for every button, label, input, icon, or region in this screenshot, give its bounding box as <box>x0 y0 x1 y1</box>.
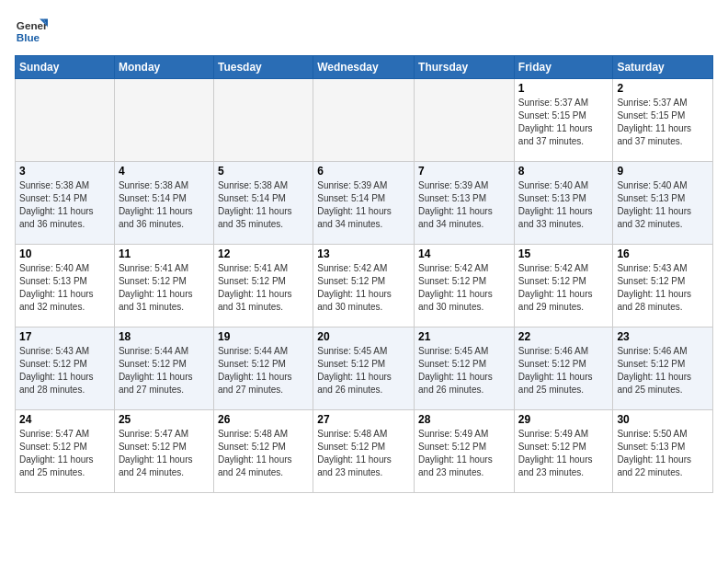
day-info: Sunrise: 5:40 AM Sunset: 5:13 PM Dayligh… <box>617 179 709 231</box>
day-number: 17 <box>19 330 110 343</box>
day-info: Sunrise: 5:50 AM Sunset: 5:13 PM Dayligh… <box>617 428 709 479</box>
day-number: 18 <box>119 330 210 343</box>
day-info: Sunrise: 5:39 AM Sunset: 5:14 PM Dayligh… <box>317 179 410 231</box>
svg-text:Blue: Blue <box>17 31 40 43</box>
day-number: 7 <box>418 165 510 178</box>
day-info: Sunrise: 5:43 AM Sunset: 5:12 PM Dayligh… <box>19 345 110 396</box>
day-number: 12 <box>218 247 309 260</box>
day-info: Sunrise: 5:40 AM Sunset: 5:13 PM Dayligh… <box>518 179 609 231</box>
day-info: Sunrise: 5:38 AM Sunset: 5:14 PM Dayligh… <box>218 179 309 231</box>
calendar-cell: 12Sunrise: 5:41 AM Sunset: 5:12 PM Dayli… <box>213 245 313 327</box>
calendar-cell: 17Sunrise: 5:43 AM Sunset: 5:12 PM Dayli… <box>16 327 115 410</box>
calendar-cell <box>114 79 213 162</box>
day-info: Sunrise: 5:48 AM Sunset: 5:12 PM Dayligh… <box>218 428 309 479</box>
day-number: 5 <box>218 165 309 178</box>
day-info: Sunrise: 5:44 AM Sunset: 5:12 PM Dayligh… <box>218 345 309 396</box>
day-info: Sunrise: 5:41 AM Sunset: 5:12 PM Dayligh… <box>218 262 309 314</box>
calendar-cell: 9Sunrise: 5:40 AM Sunset: 5:13 PM Daylig… <box>613 162 713 245</box>
calendar-cell: 7Sunrise: 5:39 AM Sunset: 5:13 PM Daylig… <box>415 162 515 245</box>
calendar-cell: 2Sunrise: 5:37 AM Sunset: 5:15 PM Daylig… <box>613 79 713 162</box>
day-number: 29 <box>518 413 609 426</box>
day-number: 30 <box>617 413 709 426</box>
day-number: 4 <box>119 165 210 178</box>
day-number: 26 <box>218 413 309 426</box>
calendar-cell: 26Sunrise: 5:48 AM Sunset: 5:12 PM Dayli… <box>213 410 313 493</box>
day-info: Sunrise: 5:47 AM Sunset: 5:12 PM Dayligh… <box>19 428 110 479</box>
calendar-cell: 3Sunrise: 5:38 AM Sunset: 5:14 PM Daylig… <box>16 162 115 245</box>
weekday-sunday: Sunday <box>16 56 115 79</box>
day-info: Sunrise: 5:38 AM Sunset: 5:14 PM Dayligh… <box>19 179 110 231</box>
calendar-week-3: 10Sunrise: 5:40 AM Sunset: 5:13 PM Dayli… <box>16 245 713 327</box>
day-number: 13 <box>317 247 410 260</box>
day-number: 8 <box>518 165 609 178</box>
day-number: 6 <box>317 165 410 178</box>
day-info: Sunrise: 5:40 AM Sunset: 5:13 PM Dayligh… <box>19 262 110 314</box>
calendar-cell: 21Sunrise: 5:45 AM Sunset: 5:12 PM Dayli… <box>415 327 515 410</box>
calendar-cell: 10Sunrise: 5:40 AM Sunset: 5:13 PM Dayli… <box>16 245 115 327</box>
weekday-header-row: SundayMondayTuesdayWednesdayThursdayFrid… <box>16 56 713 79</box>
calendar-cell: 14Sunrise: 5:42 AM Sunset: 5:12 PM Dayli… <box>415 245 515 327</box>
calendar-cell: 23Sunrise: 5:46 AM Sunset: 5:12 PM Dayli… <box>613 327 713 410</box>
day-number: 24 <box>19 413 110 426</box>
day-info: Sunrise: 5:41 AM Sunset: 5:12 PM Dayligh… <box>119 262 210 314</box>
day-info: Sunrise: 5:49 AM Sunset: 5:12 PM Dayligh… <box>518 428 609 479</box>
calendar-cell: 25Sunrise: 5:47 AM Sunset: 5:12 PM Dayli… <box>114 410 213 493</box>
calendar-cell: 18Sunrise: 5:44 AM Sunset: 5:12 PM Dayli… <box>114 327 213 410</box>
day-info: Sunrise: 5:46 AM Sunset: 5:12 PM Dayligh… <box>518 345 609 396</box>
weekday-monday: Monday <box>114 56 213 79</box>
weekday-friday: Friday <box>514 56 613 79</box>
calendar-cell: 19Sunrise: 5:44 AM Sunset: 5:12 PM Dayli… <box>213 327 313 410</box>
calendar-cell <box>16 79 115 162</box>
calendar-cell: 27Sunrise: 5:48 AM Sunset: 5:12 PM Dayli… <box>313 410 415 493</box>
logo-icon: General Blue <box>15 15 48 48</box>
calendar-cell: 20Sunrise: 5:45 AM Sunset: 5:12 PM Dayli… <box>313 327 415 410</box>
weekday-wednesday: Wednesday <box>313 56 415 79</box>
day-number: 20 <box>317 330 410 343</box>
day-number: 2 <box>617 82 709 95</box>
calendar-table: SundayMondayTuesdayWednesdayThursdayFrid… <box>15 55 713 493</box>
day-info: Sunrise: 5:42 AM Sunset: 5:12 PM Dayligh… <box>317 262 410 314</box>
day-info: Sunrise: 5:44 AM Sunset: 5:12 PM Dayligh… <box>119 345 210 396</box>
day-info: Sunrise: 5:37 AM Sunset: 5:15 PM Dayligh… <box>518 97 609 148</box>
day-info: Sunrise: 5:48 AM Sunset: 5:12 PM Dayligh… <box>317 428 410 479</box>
day-number: 11 <box>119 247 210 260</box>
calendar-cell: 1Sunrise: 5:37 AM Sunset: 5:15 PM Daylig… <box>514 79 613 162</box>
day-number: 27 <box>317 413 410 426</box>
calendar-cell: 15Sunrise: 5:42 AM Sunset: 5:12 PM Dayli… <box>514 245 613 327</box>
day-number: 3 <box>19 165 110 178</box>
calendar-cell <box>213 79 313 162</box>
calendar-cell: 22Sunrise: 5:46 AM Sunset: 5:12 PM Dayli… <box>514 327 613 410</box>
calendar-cell <box>415 79 515 162</box>
day-number: 21 <box>418 330 510 343</box>
day-info: Sunrise: 5:45 AM Sunset: 5:12 PM Dayligh… <box>317 345 410 396</box>
day-number: 22 <box>518 330 609 343</box>
calendar-cell: 30Sunrise: 5:50 AM Sunset: 5:13 PM Dayli… <box>613 410 713 493</box>
day-number: 23 <box>617 330 709 343</box>
calendar-body: 1Sunrise: 5:37 AM Sunset: 5:15 PM Daylig… <box>16 79 713 493</box>
logo: General Blue <box>15 15 51 48</box>
calendar-cell: 13Sunrise: 5:42 AM Sunset: 5:12 PM Dayli… <box>313 245 415 327</box>
page-header: General Blue <box>15 15 713 48</box>
weekday-saturday: Saturday <box>613 56 713 79</box>
day-info: Sunrise: 5:43 AM Sunset: 5:12 PM Dayligh… <box>617 262 709 314</box>
day-number: 28 <box>418 413 510 426</box>
day-info: Sunrise: 5:42 AM Sunset: 5:12 PM Dayligh… <box>518 262 609 314</box>
day-number: 9 <box>617 165 709 178</box>
calendar-cell: 5Sunrise: 5:38 AM Sunset: 5:14 PM Daylig… <box>213 162 313 245</box>
calendar-cell: 11Sunrise: 5:41 AM Sunset: 5:12 PM Dayli… <box>114 245 213 327</box>
day-number: 14 <box>418 247 510 260</box>
day-info: Sunrise: 5:49 AM Sunset: 5:12 PM Dayligh… <box>418 428 510 479</box>
calendar-cell: 29Sunrise: 5:49 AM Sunset: 5:12 PM Dayli… <box>514 410 613 493</box>
day-info: Sunrise: 5:47 AM Sunset: 5:12 PM Dayligh… <box>119 428 210 479</box>
day-number: 25 <box>119 413 210 426</box>
calendar-cell: 4Sunrise: 5:38 AM Sunset: 5:14 PM Daylig… <box>114 162 213 245</box>
calendar-cell: 6Sunrise: 5:39 AM Sunset: 5:14 PM Daylig… <box>313 162 415 245</box>
day-number: 1 <box>518 82 609 95</box>
calendar-cell: 24Sunrise: 5:47 AM Sunset: 5:12 PM Dayli… <box>16 410 115 493</box>
day-info: Sunrise: 5:45 AM Sunset: 5:12 PM Dayligh… <box>418 345 510 396</box>
day-number: 10 <box>19 247 110 260</box>
day-number: 15 <box>518 247 609 260</box>
calendar-week-1: 1Sunrise: 5:37 AM Sunset: 5:15 PM Daylig… <box>16 79 713 162</box>
day-info: Sunrise: 5:37 AM Sunset: 5:15 PM Dayligh… <box>617 97 709 148</box>
calendar-week-2: 3Sunrise: 5:38 AM Sunset: 5:14 PM Daylig… <box>16 162 713 245</box>
